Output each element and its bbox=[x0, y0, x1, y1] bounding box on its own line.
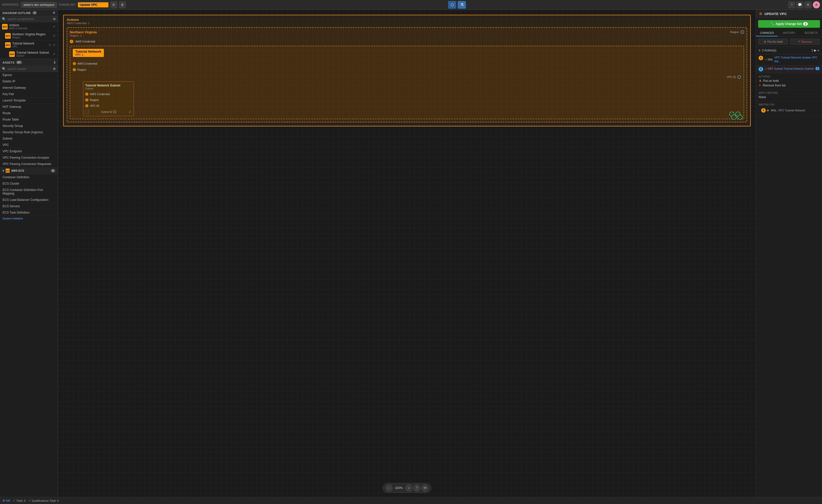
region-subtitle: Region: 1 bbox=[70, 34, 97, 37]
action-1-badge: 1 bbox=[759, 56, 763, 60]
zoom-out-btn[interactable]: − bbox=[385, 484, 392, 492]
asset-ecs-task-def[interactable]: ECS Task Definition bbox=[0, 210, 58, 216]
search-components-input[interactable] bbox=[7, 17, 51, 21]
tab-changes[interactable]: CHANGES bbox=[756, 30, 778, 36]
outline-item-region[interactable]: aws Northern Virginia Region Region ✓ bbox=[0, 31, 58, 40]
right-toolbar: ? 💬 ⚙ A bbox=[788, 1, 820, 8]
detail-put-on-hold[interactable]: ⏸ Put on hold bbox=[759, 79, 819, 83]
qualifications-icon: ✓ bbox=[28, 499, 31, 502]
outline-actions-type: AWS Credential bbox=[9, 27, 51, 30]
asset-key-pair[interactable]: Key Pair bbox=[0, 91, 58, 97]
aws-cred-dot bbox=[70, 40, 73, 43]
total-label: Total: 4 bbox=[16, 499, 25, 502]
asset-vpc-peering-requestor[interactable]: VPC Peering Connection Requestor bbox=[0, 161, 58, 167]
asset-ecs-cluster[interactable]: ECS Cluster bbox=[0, 181, 58, 187]
outline-item-subnet[interactable]: aws Tutorial Network Subnet Subnet ✓ bbox=[0, 50, 58, 59]
asset-internet-gateway[interactable]: Internet Gateway bbox=[0, 85, 58, 91]
assets-filter-icon[interactable]: ⚙ bbox=[53, 67, 56, 71]
search-assets-input[interactable] bbox=[7, 67, 51, 71]
remove-btn[interactable]: ✕ Remove bbox=[790, 39, 820, 45]
chat-btn[interactable]: 💬 bbox=[797, 2, 803, 8]
page-add-btn[interactable]: + bbox=[817, 48, 819, 52]
actions-container: Actions AWS Credential: 1 Northern Virgi… bbox=[63, 15, 751, 126]
action-2-type: CRT bbox=[768, 67, 773, 70]
vpc-cred-label: AWS Credential bbox=[77, 62, 97, 65]
outline-filter-icon[interactable]: ⚙ bbox=[53, 11, 55, 14]
changeset-icon-btn-1[interactable]: ⊞ bbox=[110, 2, 117, 8]
asset-launch-template[interactable]: Launch Template bbox=[0, 97, 58, 104]
qualifications-btn[interactable]: ✓ Qualifications Total: 4 bbox=[28, 499, 59, 502]
region-check-1: ✓ bbox=[731, 115, 737, 120]
right-panel-actions: ⏸ Put On Hold ✕ Remove bbox=[756, 37, 822, 47]
action-1-type: MNL bbox=[768, 58, 773, 61]
asset-elastic-ip[interactable]: Elastic IP bbox=[0, 78, 58, 85]
asset-security-group-rule[interactable]: Security Group Rule (Ingress) bbox=[0, 129, 58, 136]
zoom-level: 100% bbox=[393, 486, 404, 490]
subnet-id-dot bbox=[113, 110, 116, 113]
category-ecs-label: AWS ECS bbox=[11, 169, 24, 172]
asset-subnet[interactable]: Subnet bbox=[0, 136, 58, 142]
settings-btn[interactable]: ⚙ bbox=[805, 2, 811, 8]
put-on-hold-btn[interactable]: ⏸ Put On Hold bbox=[758, 39, 788, 45]
action-item-1[interactable]: 1 ↗ MNL VPC Tutorial Network Update VPC … bbox=[756, 54, 822, 65]
workspace-selector[interactable]: adam's dev workspace bbox=[21, 2, 57, 8]
flask-btn[interactable]: ⚗ bbox=[458, 1, 466, 9]
asset-route-table[interactable]: Route Table bbox=[0, 116, 58, 123]
tab-secrets[interactable]: SECRETS bbox=[800, 30, 822, 36]
asset-nat-gateway[interactable]: NAT Gateway bbox=[0, 104, 58, 110]
diagram-btn[interactable]: ⬡ bbox=[448, 1, 456, 9]
aws-icon-subnet: aws bbox=[9, 51, 15, 57]
detail-remove[interactable]: ✕ Remove from list bbox=[759, 84, 819, 87]
total-icon: ✓ bbox=[13, 499, 15, 502]
asset-container-def[interactable]: Container Definition bbox=[0, 174, 58, 181]
tab-history[interactable]: HISTORY bbox=[778, 30, 800, 36]
subnet-check-icon: ✓ bbox=[128, 110, 132, 114]
apply-changeset-btn[interactable]: 🔧 Apply Change Set 2 bbox=[758, 20, 820, 28]
zoom-help-btn[interactable]: ? bbox=[413, 484, 421, 492]
detail-remove-icon: ✕ bbox=[759, 84, 761, 87]
outline-count: 4 bbox=[32, 11, 37, 14]
page-forward-btn[interactable]: ▶ bbox=[814, 49, 816, 52]
canvas-area[interactable]: Actions AWS Credential: 1 Northern Virgi… bbox=[58, 10, 756, 497]
help-btn[interactable]: ? bbox=[788, 2, 795, 8]
search-filter-icon[interactable]: ⚙ bbox=[53, 17, 56, 21]
outline-item-actions[interactable]: aws Actions AWS Credential ✓ bbox=[0, 22, 58, 31]
subnet-subtitle: Subnet bbox=[85, 87, 120, 90]
asset-vpc[interactable]: VPC bbox=[0, 142, 58, 148]
outline-header: DIAGRAM OUTLINE 4 ⚙ bbox=[0, 10, 58, 16]
changeset-icon-btn-2[interactable]: 🗑 bbox=[119, 2, 126, 8]
asset-ecs-service[interactable]: ECS Service bbox=[0, 203, 58, 210]
total-btn[interactable]: ✓ Total: 4 bbox=[13, 499, 25, 502]
asset-ecs-lb-config[interactable]: ECS Load Balancer Configuration bbox=[0, 197, 58, 203]
asset-vpc-peering-acceptor[interactable]: VPC Peering Connection Acceptor bbox=[0, 155, 58, 161]
vpc-inputs: AWS Credential Region bbox=[73, 61, 741, 72]
asset-ecs-container-port[interactable]: ECS Container Definition Port Mapping bbox=[0, 187, 58, 197]
outline-title: DIAGRAM OUTLINE bbox=[3, 11, 31, 14]
avatar[interactable]: A bbox=[813, 1, 820, 8]
system-initiative-item[interactable]: System Initiative bbox=[0, 216, 58, 221]
subnet-id-label: Subnet ID bbox=[101, 111, 112, 113]
aws-icon-actions: aws bbox=[2, 24, 8, 29]
zoom-eye-btn[interactable]: 👁 bbox=[422, 484, 429, 492]
zoom-in-btn[interactable]: + bbox=[405, 484, 412, 492]
outline-actions-name: Actions bbox=[9, 23, 51, 27]
action-item-2[interactable]: 2 ↗ CRT Subnet Tutorial Network Subnet 1 bbox=[756, 65, 822, 73]
vpc-cred-dot bbox=[73, 62, 76, 65]
outline-actions-status: ✓ bbox=[53, 25, 56, 28]
asset-security-group[interactable]: Security Group bbox=[0, 123, 58, 129]
diff-btn[interactable]: ⊞ Diff bbox=[3, 499, 10, 502]
asset-category-ecs[interactable]: ▾ aws AWS ECS 6 bbox=[0, 167, 58, 174]
region-check-2: ✓ bbox=[738, 115, 743, 120]
outline-item-vpc[interactable]: aws Tutorial Network VPC ✓ ✓ bbox=[0, 40, 58, 50]
asset-vpc-endpoint[interactable]: VPC Endpoint bbox=[0, 148, 58, 155]
category-collapse-icon: ▾ bbox=[3, 169, 4, 172]
subnet-expand-icon[interactable] bbox=[85, 110, 89, 114]
vpc-input-cred: AWS Credential bbox=[73, 62, 741, 65]
asset-egress[interactable]: Egress bbox=[0, 72, 58, 78]
remove-label: Remove bbox=[801, 40, 812, 43]
asset-route[interactable]: Route bbox=[0, 110, 58, 116]
assets-info-icon[interactable]: ℹ bbox=[54, 61, 55, 64]
waiting-item-1: 2 ▶ MNL: VPC Tutorial Network bbox=[759, 107, 819, 114]
changeset-selector[interactable]: Update VPC bbox=[78, 2, 108, 7]
actions-subtitle: AWS Credential: 1 bbox=[67, 22, 747, 25]
